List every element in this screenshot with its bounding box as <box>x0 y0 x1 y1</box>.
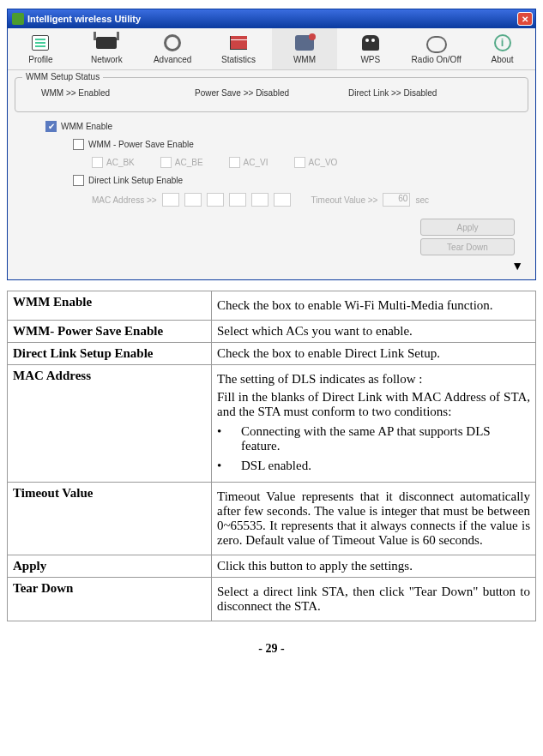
tab-about[interactable]: i About <box>469 28 535 69</box>
ac-vi-checkbox[interactable] <box>229 157 240 168</box>
gear-icon <box>164 34 181 51</box>
tab-radio[interactable]: Radio On/Off <box>403 28 469 69</box>
power-save-checkbox[interactable] <box>73 139 84 150</box>
ac-vo-label: AC_VO <box>309 158 338 167</box>
stats-icon <box>230 36 247 50</box>
profile-icon <box>32 35 49 51</box>
tab-wmm[interactable]: WMM <box>272 28 338 69</box>
def-desc: Timeout Value represents that it disconn… <box>217 489 530 548</box>
ac-bk-label: AC_BK <box>106 158 135 167</box>
timeout-field[interactable]: 60 <box>383 193 410 207</box>
ac-be-label: AC_BE <box>175 158 203 167</box>
direct-link-checkbox[interactable] <box>73 175 84 186</box>
table-row: MAC Address The setting of DLS indicates… <box>8 365 536 483</box>
tab-label: WMM <box>293 55 316 64</box>
def-desc: Check the box to enable Wi-Fi Multi-Medi… <box>217 298 530 313</box>
table-row: WMM Enable Check the box to enable Wi-Fi… <box>8 291 536 321</box>
tab-advanced[interactable]: Advanced <box>140 28 206 69</box>
network-icon <box>96 37 117 49</box>
mac-field-3[interactable] <box>207 193 224 207</box>
wmm-icon <box>295 35 314 51</box>
def-label: MAC Address <box>8 365 212 483</box>
status-powersave: Power Save >> Disabled <box>195 88 348 98</box>
def-desc: Click this button to apply the settings. <box>212 555 536 578</box>
table-row: Tear Down Select a direct link STA, then… <box>8 578 536 621</box>
def-desc: Select a direct link STA, then click "Te… <box>217 585 530 614</box>
def-label: Direct Link Setup Enable <box>8 343 212 365</box>
timeout-unit: sec <box>415 195 429 205</box>
ac-vo-checkbox[interactable] <box>294 157 305 168</box>
def-desc: The setting of DLS indicates as follow :… <box>212 365 536 483</box>
def-label: Apply <box>8 555 212 578</box>
tab-label: Profile <box>28 55 52 64</box>
tab-label: About <box>491 55 513 64</box>
wmm-enable-checkbox[interactable] <box>45 121 57 132</box>
definition-table: WMM Enable Check the box to enable Wi-Fi… <box>7 291 536 621</box>
group-title: WMM Setup Status <box>22 72 103 81</box>
apply-button[interactable]: Apply <box>420 219 515 236</box>
table-row: Apply Click this button to apply the set… <box>8 555 536 578</box>
tear-down-button[interactable]: Tear Down <box>420 238 515 255</box>
direct-link-label: Direct Link Setup Enable <box>88 176 183 185</box>
mac-field-1[interactable] <box>162 193 179 207</box>
table-row: Direct Link Setup Enable Check the box t… <box>8 343 536 365</box>
def-desc: Check the box to enable Direct Link Setu… <box>212 343 536 365</box>
expand-arrow-icon[interactable]: ▼ <box>15 259 528 273</box>
timeout-label: Timeout Value >> <box>311 195 378 205</box>
mac-field-2[interactable] <box>184 193 202 207</box>
tab-statistics[interactable]: Statistics <box>206 28 272 69</box>
app-icon <box>12 13 24 25</box>
page-number: - 29 - <box>7 642 536 656</box>
tab-label: WPS <box>360 55 380 64</box>
info-icon: i <box>494 34 511 51</box>
tab-profile[interactable]: Profile <box>8 28 74 69</box>
wmm-setup-group: WMM Setup Status WMM >> Enabled Power Sa… <box>15 77 528 112</box>
tab-label: Radio On/Off <box>412 55 462 64</box>
close-button[interactable]: ✕ <box>517 12 533 26</box>
mac-field-4[interactable] <box>229 193 246 207</box>
def-label: Tear Down <box>8 578 212 621</box>
status-directlink: Direct Link >> Disabled <box>348 88 502 98</box>
app-window: Intelligent wireless Utility ✕ Profile N… <box>7 9 536 280</box>
tab-label: Advanced <box>154 55 191 64</box>
mac-field-6[interactable] <box>274 193 291 207</box>
wps-icon <box>362 35 379 51</box>
window-title: Intelligent wireless Utility <box>27 14 141 24</box>
mac-field-5[interactable] <box>251 193 268 207</box>
table-row: Timeout Value Timeout Value represents t… <box>8 483 536 555</box>
titlebar: Intelligent wireless Utility ✕ <box>8 9 535 28</box>
tab-label: Network <box>91 55 123 64</box>
table-row: WMM- Power Save Enable Select which ACs … <box>8 321 536 343</box>
power-save-label: WMM - Power Save Enable <box>88 140 194 149</box>
ac-bk-checkbox[interactable] <box>92 157 103 168</box>
tab-network[interactable]: Network <box>74 28 140 69</box>
panel: WMM Setup Status WMM >> Enabled Power Sa… <box>8 70 535 279</box>
def-label: WMM Enable <box>8 291 212 321</box>
mac-address-label: MAC Address >> <box>92 195 157 205</box>
toolbar: Profile Network Advanced Statistics WMM … <box>8 28 535 70</box>
tab-label: Statistics <box>221 55 256 64</box>
def-label: Timeout Value <box>8 483 212 555</box>
tab-wps[interactable]: WPS <box>337 28 403 69</box>
ac-be-checkbox[interactable] <box>160 157 172 168</box>
radio-icon <box>426 36 447 50</box>
def-desc: Select which ACs you want to enable. <box>212 321 536 343</box>
def-label: WMM- Power Save Enable <box>8 321 212 343</box>
ac-vi-label: AC_VI <box>244 158 268 167</box>
status-wmm: WMM >> Enabled <box>41 88 195 98</box>
wmm-enable-label: WMM Enable <box>61 122 112 131</box>
